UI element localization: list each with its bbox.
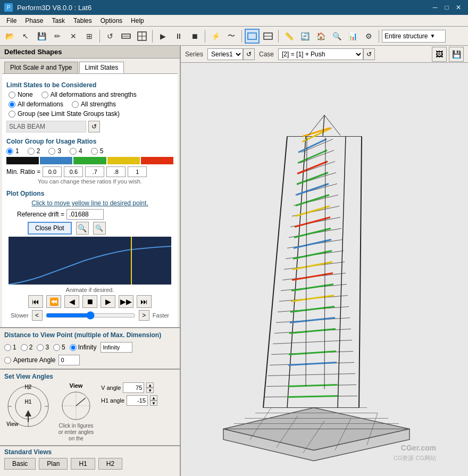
plan-view-button[interactable]: Plan xyxy=(39,458,68,470)
dist-opt-1[interactable]: 1 xyxy=(4,344,16,351)
h2-view-button[interactable]: H2 xyxy=(98,458,122,470)
speed-slider[interactable] xyxy=(46,311,136,320)
anim-step-back-button[interactable]: ◀ xyxy=(64,295,79,308)
tb-frame2-button[interactable] xyxy=(261,29,275,44)
group-input[interactable] xyxy=(6,121,86,132)
zoom-out-button[interactable]: 🔍 xyxy=(93,222,106,235)
tb-edit-button[interactable]: ✏ xyxy=(50,29,65,44)
series-select[interactable]: Series1 xyxy=(207,48,243,60)
menu-task[interactable]: Task xyxy=(47,16,69,26)
h1-angle-down[interactable]: ▼ xyxy=(150,400,157,406)
ratio-input-5[interactable] xyxy=(128,166,147,177)
save-view-button[interactable]: 🖼 xyxy=(432,47,447,62)
structure-dropdown[interactable]: Entire structure ▼ xyxy=(382,30,446,43)
tb-save-button[interactable]: 💾 xyxy=(34,29,49,44)
anim-forward-button[interactable]: ⏭ xyxy=(137,295,152,308)
tb-chart-button[interactable]: 📊 xyxy=(345,29,360,44)
v-angle-row: V angle ▲ ▼ xyxy=(101,382,157,393)
yellow-line-link[interactable]: Click to move yellow line to desired poi… xyxy=(6,199,173,207)
angle-circle-svg[interactable] xyxy=(60,390,92,422)
dist-opt-2[interactable]: 2 xyxy=(21,344,33,351)
h1-angle-up[interactable]: ▲ xyxy=(150,395,157,400)
radio-all-s-input[interactable] xyxy=(72,101,79,108)
dist-opt-3[interactable]: 3 xyxy=(37,344,49,351)
tab-plot-scale[interactable]: Plot Scale # and Type xyxy=(4,62,78,73)
v-angle-down[interactable]: ▼ xyxy=(146,388,154,393)
tb-pause-button[interactable]: ⏸ xyxy=(171,29,186,44)
compass-container[interactable]: H2 H1 View xyxy=(4,382,52,430)
menu-options[interactable]: Options xyxy=(96,16,127,26)
tb-zoom-in-button[interactable]: 🔍 xyxy=(329,29,344,44)
anim-step-fwd-button[interactable]: ▶▶ xyxy=(119,295,133,308)
color-radio-5[interactable]: 5 xyxy=(91,147,104,155)
radio-none-input[interactable] xyxy=(9,91,15,98)
tb-shape1-button[interactable] xyxy=(119,29,133,44)
ratio-input-2[interactable] xyxy=(64,166,83,177)
tb-shape2-button[interactable] xyxy=(135,29,149,44)
radio-group-input[interactable] xyxy=(9,111,15,118)
basic-view-button[interactable]: Basic xyxy=(4,458,36,470)
group-refresh-button[interactable]: ↺ xyxy=(88,121,100,132)
case-refresh-button[interactable]: ↺ xyxy=(363,48,375,60)
menu-file[interactable]: File xyxy=(2,16,21,26)
tb-settings-button[interactable]: ⚙ xyxy=(361,29,376,44)
radio-all-ds-input[interactable] xyxy=(41,91,48,98)
dist-opt-5[interactable]: 5 xyxy=(53,344,65,351)
tb-grid-button[interactable]: ⊞ xyxy=(82,29,97,44)
ratio-input-3[interactable] xyxy=(85,166,104,177)
close-button[interactable]: ✕ xyxy=(453,2,464,13)
menu-tables[interactable]: Tables xyxy=(69,16,96,26)
tb-open-button[interactable]: 📂 xyxy=(2,29,17,44)
tb-frame-button[interactable] xyxy=(245,29,260,44)
radio-none[interactable]: None xyxy=(9,91,33,98)
viewport[interactable]: CGer.com CG资源 CG网站 xyxy=(181,63,468,476)
save-image-button[interactable]: 💾 xyxy=(449,47,464,62)
tb-measure-button[interactable]: 📏 xyxy=(281,29,296,44)
anim-prev-button[interactable]: ⏪ xyxy=(46,295,61,308)
tb-home-button[interactable]: 🏠 xyxy=(313,29,328,44)
menu-help[interactable]: Help xyxy=(127,16,148,26)
tb-delete-button[interactable]: ✕ xyxy=(66,29,81,44)
tb-lightning-button[interactable]: ⚡ xyxy=(208,29,223,44)
case-select[interactable]: [2] = [1] + Push xyxy=(278,48,363,60)
tb-rotate-button[interactable]: ↺ xyxy=(103,29,118,44)
series-refresh-button[interactable]: ↺ xyxy=(243,48,255,60)
anim-stop-button[interactable]: ⏹ xyxy=(82,295,97,308)
radio-all-deform[interactable]: All deformations xyxy=(9,101,63,108)
radio-all-d-input[interactable] xyxy=(9,101,15,108)
v-angle-up[interactable]: ▲ xyxy=(146,382,154,388)
aperture-radio[interactable]: Aperture Angle xyxy=(4,356,55,364)
dist-infinity-input[interactable] xyxy=(101,342,132,353)
tb-stop-button[interactable]: ⏹ xyxy=(187,29,202,44)
h1-view-button[interactable]: H1 xyxy=(71,458,95,470)
speed-right-button[interactable]: > xyxy=(139,310,149,321)
tb-play-button[interactable]: ▶ xyxy=(155,29,170,44)
tb-cursor-button[interactable]: ↖ xyxy=(18,29,33,44)
ratio-input-4[interactable] xyxy=(106,166,126,177)
maximize-button[interactable]: □ xyxy=(441,2,452,13)
v-angle-input[interactable] xyxy=(123,382,144,393)
tb-wave-button[interactable]: 〜 xyxy=(224,29,239,44)
close-plot-button[interactable]: Close Plot xyxy=(28,222,72,235)
ratio-input-1[interactable] xyxy=(43,166,62,177)
minimize-button[interactable]: ─ xyxy=(430,2,440,13)
radio-all-deform-strength[interactable]: All deformations and strengths xyxy=(41,91,137,98)
anim-rewind-button[interactable]: ⏮ xyxy=(28,295,43,308)
speed-left-button[interactable]: < xyxy=(32,310,43,321)
color-radio-2[interactable]: 2 xyxy=(28,147,40,155)
ref-drift-input[interactable] xyxy=(66,209,104,220)
color-radio-1[interactable]: 1 xyxy=(6,147,19,155)
color-radio-4[interactable]: 4 xyxy=(70,147,82,155)
anim-play-button[interactable]: ▶ xyxy=(101,295,115,308)
zoom-in-button[interactable]: 🔍 xyxy=(76,222,89,235)
dist-opt-inf[interactable]: Infinity xyxy=(70,344,97,351)
aperture-input[interactable] xyxy=(59,355,80,365)
menu-phase[interactable]: Phase xyxy=(21,16,47,26)
tab-limit-states[interactable]: Limit States xyxy=(79,62,124,73)
radio-all-strength[interactable]: All strengths xyxy=(72,101,116,108)
radio-group[interactable]: Group (see Limit State Groups task) xyxy=(9,110,120,118)
compass-svg[interactable]: H2 H1 View xyxy=(4,382,52,430)
h1-angle-input[interactable] xyxy=(127,395,148,406)
tb-rotate2-button[interactable]: 🔄 xyxy=(297,29,312,44)
color-radio-3[interactable]: 3 xyxy=(48,147,61,155)
